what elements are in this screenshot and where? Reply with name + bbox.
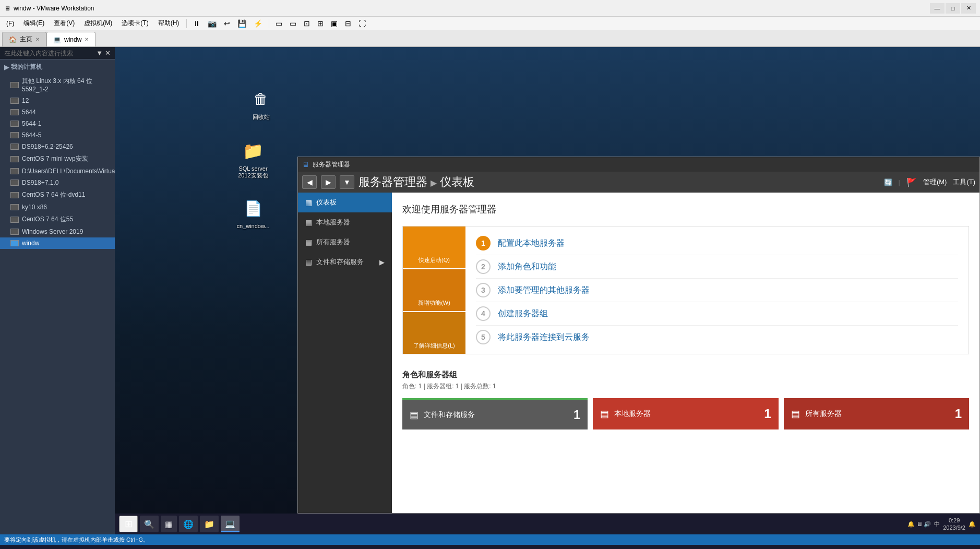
vm-item-linux[interactable]: 其他 Linux 3.x 内核 64 位5592_1-2 [0, 75, 115, 95]
nav-local-server[interactable]: ▤ 本地服务器 [298, 212, 392, 232]
vm-icon [10, 240, 19, 246]
cn-window-icon[interactable]: 📄 cn_window... [232, 196, 274, 229]
server-mgr-taskbar-btn[interactable]: 💻 [221, 516, 240, 532]
qs-link-5[interactable]: 将此服务器连接到云服务 [498, 332, 590, 343]
search-taskbar-btn[interactable]: 🔍 [140, 516, 159, 532]
qs-tile-learn-more[interactable]: 了解详细信息(L) [403, 312, 465, 354]
close-search-icon[interactable]: ✕ [105, 49, 111, 57]
vm-item-centos7-64[interactable]: CentOS 7 64 位55 [0, 213, 115, 226]
qs-link-4[interactable]: 创建服务器组 [498, 308, 548, 319]
server-manager-window: 🖥 服务器管理器 ◀ ▶ ▼ 服务器管理器 ▶ 仪表板 🔄 | 🚩 管理(M) … [297, 157, 980, 514]
vm-item-12[interactable]: 12 [0, 95, 115, 106]
role-card-file[interactable]: ▤ 文件和存储服务 1 [402, 398, 588, 429]
role-card-local[interactable]: ▤ 本地服务器 1 [593, 398, 778, 429]
sm-app-icon: 🖥 [302, 160, 309, 169]
qs-number-5: 5 [476, 330, 491, 344]
toolbar-view3[interactable]: ⊡ [301, 18, 313, 29]
sm-title-label: 服务器管理器 [313, 160, 350, 169]
nav-dashboard-label: 仪表板 [316, 198, 337, 207]
vm-item-dell[interactable]: D:\Users\DELL\Documents\Virtual [0, 165, 115, 177]
toolbar-snapshot[interactable]: 📷 [205, 18, 220, 29]
toolbar-view4[interactable]: ⊞ [314, 18, 327, 29]
toolbar-view6[interactable]: ⊟ [342, 18, 354, 29]
nav-all-servers[interactable]: ▤ 所有服务器 [298, 232, 392, 252]
menu-vm[interactable]: 虚拟机(M) [80, 18, 116, 29]
vm-item-ds918-710[interactable]: DS918+7.1.0 [0, 177, 115, 188]
vm-item-5644-5[interactable]: 5644-5 [0, 129, 115, 141]
toolbar-fullscreen[interactable]: ⛶ [355, 18, 369, 29]
menu-file[interactable]: (F) [2, 19, 18, 28]
dropdown-button[interactable]: ▼ [340, 175, 354, 189]
main-layout: ▼ ✕ ▶ 我的计算机 其他 Linux 3.x 内核 64 位5592_1-2… [0, 47, 980, 534]
qs-tile-quickstart[interactable]: 快速启动(Q) [403, 226, 465, 269]
toolbar-revert[interactable]: ↩ [221, 18, 233, 29]
menu-bar: (F) 编辑(E) 查看(V) 虚拟机(M) 选项卡(T) 帮助(H) ⏸ 📷 … [0, 17, 980, 30]
back-button[interactable]: ◀ [302, 175, 317, 189]
nav-file-storage[interactable]: ▤ 文件和存储服务 ▶ [298, 252, 392, 272]
search-dropdown[interactable]: ▼ [96, 49, 103, 57]
qs-item-3[interactable]: 3 添加要管理的其他服务器 [476, 279, 958, 302]
start-button[interactable]: ⊞ [119, 516, 138, 532]
toolbar-power[interactable]: ⚡ [250, 18, 266, 29]
flag-icon[interactable]: 🚩 [906, 177, 917, 187]
role-card-all[interactable]: ▤ 所有服务器 1 [784, 398, 969, 429]
vm-item-5644[interactable]: 5644 [0, 106, 115, 118]
ie-btn[interactable]: 🌐 [179, 516, 198, 532]
qs-item-1[interactable]: 1 配置此本地服务器 [476, 232, 958, 255]
vm-label: DS918+6.2-25426 [22, 143, 73, 150]
qs-tile-label-1: 快速启动(Q) [419, 256, 450, 264]
toolbar-view2[interactable]: ▭ [286, 18, 300, 29]
vm-item-ky10[interactable]: ky10 x86 [0, 201, 115, 213]
toolbar-view5[interactable]: ▣ [328, 18, 341, 29]
qs-tile-whats-new[interactable]: 新增功能(W) [403, 269, 465, 312]
vm-item-centos7mini[interactable]: CentOS 7 mini wvp安装 [0, 152, 115, 165]
nav-dashboard[interactable]: ▦ 仪表板 [298, 193, 392, 212]
all-servers-card-icon: ▤ [791, 408, 800, 420]
explorer-btn[interactable]: 📁 [200, 516, 219, 532]
qs-number-4: 4 [476, 306, 491, 321]
toolbar-view1[interactable]: ▭ [272, 18, 285, 29]
menu-help[interactable]: 帮助(H) [154, 18, 184, 29]
manage-button[interactable]: 管理(M) [923, 177, 947, 187]
qs-item-4[interactable]: 4 创建服务器组 [476, 302, 958, 326]
notification-btn[interactable]: 🔔 [969, 521, 976, 528]
minimize-button[interactable]: — [930, 3, 945, 14]
tab-windw[interactable]: 💻 windw ✕ [46, 32, 95, 46]
vm-item-ws2019[interactable]: Windows Server 2019 [0, 226, 115, 237]
close-button[interactable]: ✕ [961, 3, 976, 14]
vm-item-centos7-dvd11[interactable]: CentOS 7 64 位-dvd11 [0, 188, 115, 201]
vm-icon [10, 204, 19, 210]
tab-home[interactable]: 🏠 主页 ✕ [2, 32, 46, 46]
maximize-button[interactable]: □ [946, 3, 960, 14]
menu-edit[interactable]: 编辑(E) [19, 18, 49, 29]
roles-section: 角色和服务器组 角色: 1 | 服务器组: 1 | 服务总数: 1 ▤ 文件和存… [402, 370, 969, 429]
vm-icon [10, 144, 19, 150]
folder-icon: 📁 [241, 138, 266, 163]
recycle-bin-icon[interactable]: 🗑 回收站 [240, 86, 282, 121]
qs-link-2[interactable]: 添加角色和功能 [498, 261, 556, 272]
menu-tab[interactable]: 选项卡(T) [117, 18, 152, 29]
menu-view[interactable]: 查看(V) [50, 18, 79, 29]
sql-server-icon[interactable]: 📁 SQL server2012安装包 [232, 138, 274, 180]
tab-windw-close[interactable]: ✕ [85, 37, 89, 42]
task-view-btn[interactable]: ▦ [161, 516, 177, 532]
tools-button[interactable]: 工具(T) [953, 177, 975, 187]
toolbar-pause[interactable]: ⏸ [190, 18, 204, 29]
qs-item-5[interactable]: 5 将此服务器连接到云服务 [476, 326, 958, 349]
qs-item-2[interactable]: 2 添加角色和功能 [476, 255, 958, 279]
forward-button[interactable]: ▶ [321, 175, 336, 189]
vm-item-ds918[interactable]: DS918+6.2-25426 [0, 141, 115, 152]
vm-item-5644-1[interactable]: 5644-1 [0, 118, 115, 129]
qs-link-3[interactable]: 添加要管理的其他服务器 [498, 285, 590, 296]
sm-toolbar-right: 🔄 | 🚩 管理(M) 工具(T) [884, 177, 976, 187]
search-input[interactable] [4, 50, 94, 57]
toolbar-suspend[interactable]: 💾 [234, 18, 249, 29]
recycle-icon: 🗑 [248, 86, 273, 111]
refresh-icon[interactable]: 🔄 [884, 178, 892, 186]
sm-title-bar: 🖥 服务器管理器 [298, 157, 979, 172]
qs-link-1[interactable]: 配置此本地服务器 [498, 238, 565, 249]
vm-desktop[interactable]: 🗑 回收站 📁 SQL server2012安装包 📄 cn_window...… [115, 47, 980, 534]
expand-icon[interactable]: ▶ [4, 64, 9, 71]
vm-item-windw[interactable]: windw [0, 237, 115, 249]
tab-home-close[interactable]: ✕ [35, 37, 40, 42]
